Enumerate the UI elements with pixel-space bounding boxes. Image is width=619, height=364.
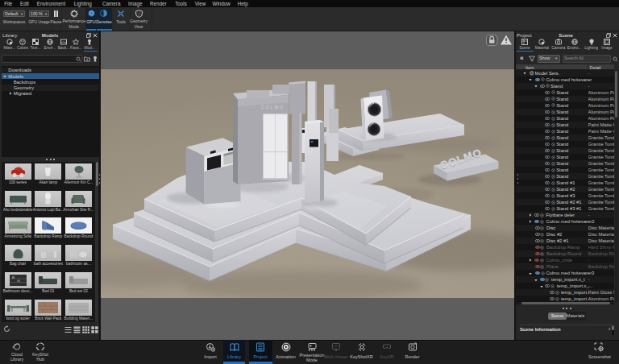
svg-text:COLMO: COLMO — [261, 105, 285, 110]
